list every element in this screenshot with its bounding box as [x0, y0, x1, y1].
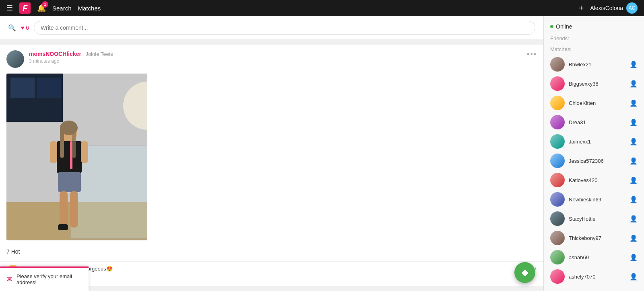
- match-action-icon[interactable]: 👤: [630, 215, 638, 223]
- svg-rect-18: [72, 126, 76, 158]
- match-item[interactable]: ChloeKitten👤: [544, 93, 644, 113]
- match-item[interactable]: Newbieskin69👤: [544, 190, 644, 209]
- svg-rect-10: [50, 141, 57, 163]
- match-action-icon[interactable]: 👤: [630, 196, 638, 203]
- match-avatar: [550, 96, 565, 110]
- match-action-icon[interactable]: 👤: [630, 157, 638, 165]
- svg-rect-12: [58, 172, 81, 192]
- logo-button[interactable]: F: [19, 2, 31, 14]
- match-action-icon[interactable]: 👤: [630, 80, 638, 88]
- add-button[interactable]: +: [578, 3, 584, 13]
- user-avatar: AC: [626, 2, 638, 14]
- svg-rect-11: [81, 141, 88, 163]
- top-navigation: ☰ F 🔔 1 Search Matches + AlexisColona AC: [0, 0, 644, 16]
- search-nav-link[interactable]: Search: [52, 5, 72, 12]
- comment-time: hours ago: [23, 273, 528, 278]
- like-count-value: 6: [26, 25, 29, 31]
- match-name: Newbieskin69: [569, 197, 625, 203]
- email-verification-toast: ✉ Please verify your email address!: [0, 266, 89, 291]
- main-content: 🔍 ♥ 6 momsNOOCHlicker Joinie Teets 3 min…: [0, 16, 543, 291]
- nav-left: ☰ F 🔔 1 Search Matches: [6, 2, 101, 14]
- match-item[interactable]: Bbwlex21👤: [544, 55, 644, 74]
- toast-text: Please verify your email address!: [17, 273, 82, 285]
- email-icon: ✉: [6, 275, 12, 284]
- post-image: [6, 74, 147, 240]
- comment-body: Bear4U2Fuck : Stunning, gorgeous😍 hours …: [23, 265, 528, 278]
- match-item[interactable]: Thickebony97👤: [544, 228, 644, 248]
- match-avatar: [550, 192, 565, 207]
- hamburger-menu-icon[interactable]: ☰: [6, 4, 13, 12]
- username-label: AlexisColona: [590, 5, 623, 11]
- match-item[interactable]: ashab69👤: [544, 248, 644, 267]
- post-author-line: momsNOOCHlicker Joinie Teets: [29, 50, 522, 57]
- match-name: Katloves420: [569, 177, 625, 183]
- match-item[interactable]: StacyHottie👤: [544, 209, 644, 228]
- match-action-icon[interactable]: 👤: [630, 234, 638, 242]
- post-time: 3 minutes ago: [29, 58, 522, 64]
- notification-badge: 1: [42, 1, 48, 8]
- matches-list: Bbwlex21👤Biggsexxy38👤ChloeKitten👤Drea31👤…: [544, 55, 644, 286]
- match-name: Thickebony97: [569, 235, 625, 241]
- match-name: ChloeKitten: [569, 100, 625, 106]
- diamond-icon: ◆: [522, 267, 528, 278]
- svg-rect-17: [60, 126, 64, 158]
- comment-search-icon[interactable]: 🔍: [8, 24, 16, 32]
- post-card: momsNOOCHlicker Joinie Teets 3 minutes a…: [0, 45, 543, 286]
- match-avatar: [550, 250, 565, 264]
- svg-rect-2: [10, 78, 35, 98]
- online-dot: [550, 25, 553, 28]
- match-name: Drea31: [569, 119, 625, 125]
- post-author-avatar: [6, 50, 24, 68]
- match-name: Jaimexx1: [569, 139, 625, 145]
- post-image-placeholder: [6, 74, 147, 240]
- post-stats: 7 Hot: [0, 245, 543, 260]
- match-item[interactable]: Drea31👤: [544, 113, 644, 132]
- page-layout: 🔍 ♥ 6 momsNOOCHlicker Joinie Teets 3 min…: [0, 16, 644, 291]
- diamond-fab-button[interactable]: ◆: [514, 262, 535, 283]
- match-action-icon[interactable]: 👤: [630, 138, 638, 146]
- match-name: ashab69: [569, 254, 625, 260]
- match-item[interactable]: Katloves420👤: [544, 170, 644, 190]
- match-action-icon[interactable]: 👤: [630, 254, 638, 261]
- svg-rect-14: [70, 191, 78, 227]
- user-menu[interactable]: AlexisColona AC: [590, 2, 638, 14]
- match-avatar: [550, 115, 565, 129]
- match-name: Bbwlex21: [569, 61, 625, 68]
- online-label: Online: [556, 23, 572, 30]
- match-action-icon[interactable]: 👤: [630, 273, 638, 281]
- comment-input[interactable]: [34, 21, 535, 35]
- match-avatar: [550, 76, 565, 91]
- match-item[interactable]: Biggsexxy38👤: [544, 74, 644, 93]
- match-avatar: [550, 154, 565, 168]
- match-action-icon[interactable]: 👤: [630, 176, 638, 184]
- match-item[interactable]: Jaimexx1👤: [544, 132, 644, 151]
- match-action-icon[interactable]: 👤: [630, 119, 638, 126]
- avatar-initials: AC: [629, 5, 636, 11]
- online-status: Online: [544, 20, 644, 33]
- svg-rect-13: [60, 191, 68, 227]
- match-name: StacyHottie: [569, 216, 625, 222]
- post-header: momsNOOCHlicker Joinie Teets 3 minutes a…: [0, 45, 543, 74]
- post-more-button[interactable]: •••: [527, 50, 537, 59]
- match-item[interactable]: ashely7070👤: [544, 267, 644, 286]
- comment-bar: 🔍 ♥ 6: [0, 16, 543, 40]
- post-username[interactable]: momsNOOCHlicker: [29, 51, 81, 57]
- match-avatar: [550, 231, 565, 245]
- nav-right: + AlexisColona AC: [578, 2, 638, 14]
- matches-nav-link[interactable]: Matches: [78, 5, 101, 12]
- matches-section-label: Matches:: [544, 44, 644, 55]
- friends-label: Friends:: [544, 33, 644, 44]
- hot-count: 7 Hot: [6, 248, 20, 255]
- heart-icon: ♥: [21, 25, 24, 31]
- match-name: Biggsexxy38: [569, 81, 625, 87]
- match-avatar: [550, 269, 565, 284]
- match-name: Jessica572306: [569, 158, 625, 164]
- match-name: ashely7070: [569, 274, 625, 280]
- match-item[interactable]: Jessica572306👤: [544, 151, 644, 170]
- match-avatar: [550, 57, 565, 72]
- post-image-svg: [6, 74, 147, 240]
- match-action-icon[interactable]: 👤: [630, 61, 638, 68]
- match-action-icon[interactable]: 👤: [630, 99, 638, 107]
- like-count-display: ♥ 6: [21, 25, 29, 31]
- notification-button[interactable]: 🔔 1: [37, 4, 46, 12]
